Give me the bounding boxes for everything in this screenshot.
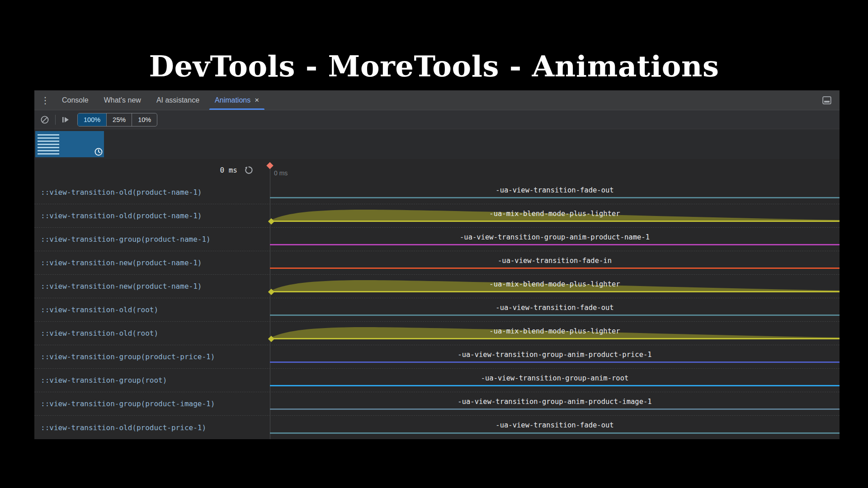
- tab-animations[interactable]: Animations ×: [207, 90, 267, 110]
- animation-previews-strip: [34, 129, 840, 159]
- animation-row[interactable]: ::view-transition-old(product-price-1)-u…: [34, 416, 840, 439]
- tab-label: What's new: [104, 96, 141, 104]
- timeline-header: 0 ms 0 ms: [34, 159, 840, 181]
- animation-bar[interactable]: [270, 361, 840, 363]
- animation-bar[interactable]: [270, 338, 840, 339]
- animation-row[interactable]: ::view-transition-new(product-name-1)-ua…: [34, 275, 840, 298]
- animation-row[interactable]: ::view-transition-group(product-image-1)…: [34, 392, 840, 416]
- animation-row[interactable]: ::view-transition-old(root)-ua-mix-blend…: [34, 322, 840, 345]
- animation-name-label: -ua-view-transition-fade-out: [270, 421, 840, 429]
- animation-track: -ua-view-transition-group-anim-product-n…: [270, 228, 840, 251]
- close-icon[interactable]: ×: [255, 96, 259, 104]
- animation-track: -ua-view-transition-group-anim-product-p…: [270, 345, 840, 368]
- replay-icon[interactable]: [244, 165, 254, 175]
- page-title: DevTools - MoreTools - Animations: [0, 49, 868, 83]
- animation-rows: ::view-transition-old(product-name-1)-ua…: [34, 181, 840, 439]
- animation-bar[interactable]: [270, 291, 840, 292]
- animation-bar[interactable]: [270, 432, 840, 434]
- animation-track: -ua-view-transition-group-anim-root: [270, 369, 840, 392]
- clock-icon: [94, 147, 103, 156]
- animation-bar[interactable]: [270, 221, 840, 222]
- animation-name-label: -ua-view-transition-group-anim-product-p…: [270, 351, 840, 359]
- animation-name-label: -ua-mix-blend-mode-plus-lighter: [270, 210, 840, 218]
- animation-row[interactable]: ::view-transition-new(product-name-1)-ua…: [34, 251, 840, 275]
- devtools-tabbar: ⋮ Console What's new AI assistance Anima…: [34, 90, 840, 110]
- animation-bar[interactable]: [270, 408, 840, 410]
- animation-track: -ua-view-transition-fade-out: [270, 181, 840, 204]
- animation-selector-label: ::view-transition-group(product-price-1): [34, 345, 270, 368]
- tab-whats-new[interactable]: What's new: [96, 90, 149, 110]
- animation-name-label: -ua-view-transition-group-anim-product-i…: [270, 398, 840, 406]
- animation-name-label: -ua-view-transition-group-anim-product-n…: [270, 233, 840, 241]
- animation-bar[interactable]: [270, 314, 840, 316]
- animation-name-label: -ua-view-transition-fade-out: [270, 186, 840, 194]
- animation-selector-label: ::view-transition-old(product-name-1): [34, 181, 270, 204]
- animation-track: -ua-view-transition-fade-out: [270, 298, 840, 321]
- animation-selector-label: ::view-transition-old(root): [34, 322, 270, 345]
- animation-selector-label: ::view-transition-group(root): [34, 369, 270, 392]
- animation-bar[interactable]: [270, 197, 840, 198]
- animation-row[interactable]: ::view-transition-group(product-name-1)-…: [34, 228, 840, 251]
- dock-side-icon[interactable]: [822, 96, 833, 104]
- timeline-controls: 0 ms: [34, 159, 270, 181]
- animation-row[interactable]: ::view-transition-old(product-name-1)-ua…: [34, 181, 840, 204]
- clear-all-icon[interactable]: [40, 115, 49, 124]
- animation-track: -ua-mix-blend-mode-plus-lighter: [270, 204, 840, 227]
- playback-rate-group: 100% 25% 10%: [77, 113, 157, 127]
- animation-row[interactable]: ::view-transition-old(root)-ua-view-tran…: [34, 298, 840, 322]
- animation-track: -ua-view-transition-fade-in: [270, 251, 840, 274]
- animation-track: -ua-mix-blend-mode-plus-lighter: [270, 322, 840, 345]
- animations-toolbar: 100% 25% 10%: [34, 110, 840, 129]
- rate-25-button[interactable]: 25%: [107, 113, 132, 126]
- animation-row[interactable]: ::view-transition-group(product-price-1)…: [34, 345, 840, 369]
- animation-bar[interactable]: [270, 267, 840, 269]
- animation-name-label: -ua-mix-blend-mode-plus-lighter: [270, 327, 840, 335]
- animation-bar[interactable]: [270, 385, 840, 386]
- tab-label: Animations: [215, 96, 250, 104]
- tab-console[interactable]: Console: [54, 90, 96, 110]
- tab-ai-assistance[interactable]: AI assistance: [149, 90, 207, 110]
- animation-row[interactable]: ::view-transition-group(root)-ua-view-tr…: [34, 369, 840, 392]
- devtools-panel: ⋮ Console What's new AI assistance Anima…: [34, 90, 840, 439]
- animation-name-label: -ua-view-transition-fade-out: [270, 304, 840, 312]
- animation-selector-label: ::view-transition-new(product-name-1): [34, 251, 270, 274]
- animation-track: -ua-mix-blend-mode-plus-lighter: [270, 275, 840, 298]
- tab-label: Console: [62, 96, 89, 104]
- pause-resume-icon[interactable]: [61, 116, 70, 124]
- animation-selector-label: ::view-transition-group(product-image-1): [34, 392, 270, 415]
- preview-lines: [38, 134, 59, 155]
- animation-selector-label: ::view-transition-old(product-name-1): [34, 204, 270, 227]
- animation-selector-label: ::view-transition-old(root): [34, 298, 270, 321]
- animation-name-label: -ua-view-transition-fade-in: [270, 257, 840, 265]
- current-time-label: 0 ms: [220, 166, 237, 174]
- more-menu-icon[interactable]: ⋮: [41, 95, 54, 106]
- animation-bar[interactable]: [270, 244, 840, 245]
- animation-name-label: -ua-view-transition-group-anim-root: [270, 374, 840, 382]
- animation-selector-label: ::view-transition-new(product-name-1): [34, 275, 270, 298]
- animation-name-label: -ua-mix-blend-mode-plus-lighter: [270, 280, 840, 288]
- rate-10-button[interactable]: 10%: [132, 113, 157, 126]
- toolbar-divider: [55, 115, 56, 125]
- animation-track: -ua-view-transition-fade-out: [270, 416, 840, 439]
- animation-group-preview[interactable]: [35, 131, 104, 157]
- animation-selector-label: ::view-transition-group(product-name-1): [34, 228, 270, 251]
- timeline-grid-label: 0 ms: [274, 169, 288, 177]
- animation-selector-label: ::view-transition-old(product-price-1): [34, 416, 270, 439]
- animation-track: -ua-view-transition-group-anim-product-i…: [270, 392, 840, 415]
- animation-row[interactable]: ::view-transition-old(product-name-1)-ua…: [34, 204, 840, 228]
- tab-label: AI assistance: [156, 96, 199, 104]
- rate-100-button[interactable]: 100%: [78, 113, 107, 126]
